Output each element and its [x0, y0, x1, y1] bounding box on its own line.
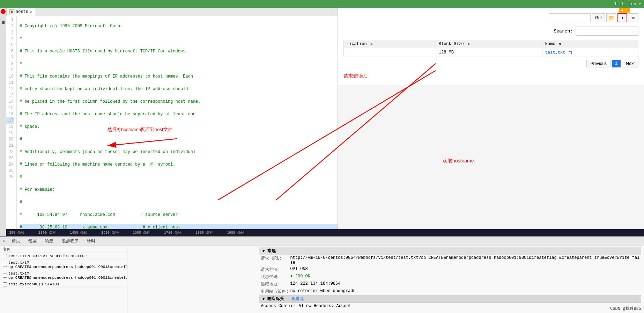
list-item-3[interactable]: test.txt?op=CREATE&namenoderpcaddress=ha…: [0, 270, 127, 281]
general-section-header: ▼ 常规: [259, 247, 641, 255]
list-checkbox-1[interactable]: [3, 254, 7, 258]
timeline-1500: 1500 毫秒: [101, 230, 119, 235]
close-tab-icon[interactable]: ✕: [30, 10, 32, 14]
response-headers-section: ▼ 响应标头 查看源: [259, 295, 641, 303]
csdn-watermark: CSDN @我叫985: [610, 306, 641, 312]
request-url-value: http://vm-16-6-centos:9864/webhdfs/v1/te…: [290, 255, 640, 265]
remote-label: 远程地址:: [261, 281, 289, 287]
top-bar: Utilities ▾: [0, 0, 644, 8]
list-item-label-1: test.txt?op=CREATE&noredirect=true: [8, 254, 87, 258]
list-item-2[interactable]: test.txt?op=CREATE&namenoderpcaddress=ha…: [0, 260, 127, 270]
timeline-300: 300 毫秒: [9, 230, 24, 235]
list-item-label-4: test.txt?op=LISTSTATUS: [8, 282, 59, 286]
close-bottom-panel[interactable]: ✕: [3, 239, 5, 243]
referrer-label: 引用站点策略:: [261, 289, 289, 294]
list-item-label-2: test.txt?op=CREATE&namenoderpcaddress=ha…: [8, 261, 127, 269]
upload-icon-btn[interactable]: ⬆: [617, 13, 627, 22]
bottom-request-list: 名称 test.txt?op=CREATE&noredirect=true te…: [0, 246, 127, 313]
tab-response[interactable]: 响应: [42, 238, 57, 245]
request-url-label: 请求 URL:: [261, 255, 289, 265]
tab-bar: ≡ hosts ✕: [6, 8, 338, 16]
col-header-name: Name ⇅: [542, 40, 638, 48]
pagination: Previous 1 Next: [343, 60, 638, 67]
list-item-label-3: test.txt?op=CREATE&namenoderpcaddress=ha…: [8, 271, 127, 280]
utilities-menu[interactable]: Utilities ▾: [614, 1, 641, 7]
search-row: Search:: [343, 27, 638, 36]
previous-button[interactable]: Previous: [586, 60, 610, 67]
table-icon-btn[interactable]: ⊞: [629, 13, 638, 22]
go-button[interactable]: Go!: [592, 13, 605, 22]
referrer-value: no-referrer-when-downgrade: [290, 289, 355, 294]
list-checkbox-4[interactable]: [3, 282, 7, 286]
cell-lication: [344, 48, 436, 57]
hdfs-path-input[interactable]: [549, 13, 591, 22]
tab-timing[interactable]: 计时: [83, 238, 99, 245]
timeline-1400: 1400 毫秒: [70, 230, 87, 235]
request-url-row: 请求 URL: http://vm-16-6-centos:9864/webhd…: [259, 255, 641, 266]
current-page: 1: [612, 60, 621, 67]
bottom-request-details: ▼ 常规 请求 URL: http://vm-16-6-centos:9864/…: [257, 246, 644, 313]
remote-row: 远程地址: 124.222.134.184:9864: [259, 281, 641, 288]
cell-name: test.txt 🗑: [542, 48, 638, 57]
file-icon: ≡: [9, 9, 14, 14]
col-header-blocksize: Block Size ⇅: [436, 40, 542, 48]
bottom-panel: ✕ 标头 预览 响应 发起程序 计时 名称 test.txt?op=CREATE…: [0, 236, 644, 313]
list-header: 名称: [0, 246, 127, 253]
search-label: Search:: [554, 29, 573, 34]
tab-preview[interactable]: 预览: [25, 238, 40, 245]
annotation-request-error: 请求错误后: [343, 73, 638, 79]
timeline-bar: 300 毫秒 1300 毫秒 1400 毫秒 1500 毫秒 1600 毫秒 1…: [6, 229, 644, 236]
referrer-row: 引用站点策略: no-referrer-when-downgrade: [259, 288, 641, 295]
next-button[interactable]: Next: [622, 60, 638, 67]
bottom-content: 名称 test.txt?op=CREATE&noredirect=true te…: [0, 246, 644, 313]
status-row: 状态代码: ● 200 OK: [259, 273, 641, 281]
check-source-link[interactable]: 查看源: [291, 296, 304, 302]
list-checkbox-3[interactable]: [3, 274, 7, 278]
access-control-value: Access-Control-Allow-Headers: Accept: [261, 304, 351, 308]
list-item-1[interactable]: test.txt?op=CREATE&noredirect=true: [0, 253, 127, 260]
editor-tab-hosts[interactable]: ≡ hosts ✕: [6, 8, 35, 16]
hdfs-area: Go! 📁 ⬆ ⊞ Search: lication ⇅: [338, 8, 644, 85]
tab-headers[interactable]: 标头: [8, 238, 23, 245]
timeline-1900: 1900 毫秒: [227, 230, 244, 235]
remote-value: 124.222.134.184:9864: [290, 281, 340, 287]
method-label: 请求方法:: [261, 267, 289, 272]
method-row: 请求方法: OPTIONS: [259, 266, 641, 273]
timeline-1300: 1300 毫秒: [38, 230, 56, 235]
access-control-row: Access-Control-Allow-Headers: Accept: [259, 303, 641, 309]
annotation-get-hostname: 获取hostname: [443, 158, 474, 164]
status-value: ● 200 OK: [290, 274, 310, 280]
timeline-1700: 1700 毫秒: [164, 230, 182, 235]
file-table: lication ⇅ Block Size ⇅ Name ⇅: [343, 40, 638, 57]
tab-label: hosts: [16, 9, 28, 14]
list-checkbox-2[interactable]: [3, 263, 7, 267]
col-header-lication: lication ⇅: [344, 40, 436, 48]
folder-icon-btn[interactable]: 📁: [606, 13, 616, 22]
search-input[interactable]: [576, 27, 638, 36]
delete-icon[interactable]: 🗑: [568, 50, 573, 55]
timeline-1800: 1800 毫秒: [195, 230, 213, 235]
table-row: 128 MB test.txt 🗑: [344, 48, 638, 57]
warning-badge: ▲ 1: [619, 8, 630, 13]
list-item-4[interactable]: test.txt?op=LISTSTATUS: [0, 281, 127, 288]
hdfs-toolbar: Go! 📁 ⬆ ⊞: [343, 13, 638, 22]
bottom-tabs: ✕ 标头 预览 响应 发起程序 计时: [0, 237, 644, 246]
method-value: OPTIONS: [290, 267, 308, 272]
cell-blocksize: 128 MB: [436, 48, 542, 57]
status-label: 状态代码:: [261, 274, 289, 280]
timeline-1600: 1600 毫秒: [133, 230, 150, 235]
file-link[interactable]: test.txt: [545, 50, 565, 55]
record-icon[interactable]: [1, 9, 6, 14]
tab-initiator[interactable]: 发起程序: [58, 238, 82, 245]
